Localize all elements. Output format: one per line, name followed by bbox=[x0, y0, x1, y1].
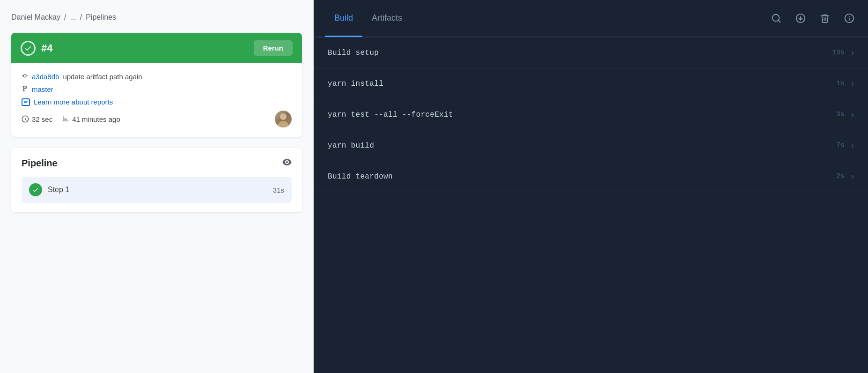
step-row-right: 7s › bbox=[836, 141, 854, 150]
chevron-right-icon: › bbox=[851, 141, 854, 150]
build-duration: 32 sec bbox=[32, 115, 52, 123]
pipeline-title: Pipeline bbox=[22, 158, 58, 169]
step-row-right: 13s › bbox=[832, 48, 854, 58]
commit-icon bbox=[22, 73, 28, 81]
header-actions bbox=[769, 11, 857, 26]
step-name: Step 1 bbox=[48, 186, 69, 194]
reports-icon bbox=[22, 98, 30, 106]
rerun-button[interactable]: Rerun bbox=[254, 40, 293, 56]
commit-message: update aritfact path again bbox=[63, 73, 142, 81]
build-time-ago: 41 minutes ago bbox=[72, 115, 120, 123]
breadcrumb-sep2: / bbox=[80, 13, 82, 22]
branch-icon bbox=[22, 85, 28, 93]
build-card: #4 Rerun a3da8db update aritfact path ag… bbox=[11, 33, 302, 137]
breadcrumb-ellipsis[interactable]: ... bbox=[70, 13, 76, 22]
step-command: Build teardown bbox=[328, 172, 393, 181]
search-icon[interactable] bbox=[769, 11, 784, 26]
step-row-right: 3s › bbox=[836, 110, 854, 119]
step-time: 7s bbox=[836, 142, 845, 149]
breadcrumb-user[interactable]: Daniel Mackay bbox=[11, 13, 60, 22]
download-icon[interactable] bbox=[793, 11, 808, 26]
build-number: #4 bbox=[41, 42, 52, 54]
reports-link-text[interactable]: Learn more about reports bbox=[34, 98, 113, 106]
branch-row: master bbox=[22, 85, 292, 93]
commit-row: a3da8db update aritfact path again bbox=[22, 73, 292, 81]
reports-link[interactable]: Learn more about reports bbox=[22, 98, 292, 106]
chevron-right-icon: › bbox=[851, 172, 854, 181]
step-time: 1s bbox=[836, 80, 845, 88]
settings-icon[interactable] bbox=[282, 157, 292, 169]
left-panel: Daniel Mackay / ... / Pipelines #4 Rerun bbox=[0, 0, 314, 373]
tab-artifacts[interactable]: Artifacts bbox=[362, 0, 412, 37]
step-time: 2s bbox=[836, 172, 845, 180]
step-command: yarn test --all --forceExit bbox=[328, 111, 453, 119]
tabs: Build Artifacts bbox=[325, 0, 412, 37]
build-step-row[interactable]: Build teardown 2s › bbox=[314, 161, 868, 192]
tab-build[interactable]: Build bbox=[325, 0, 362, 37]
chevron-right-icon: › bbox=[851, 110, 854, 119]
step-status-icon bbox=[29, 183, 42, 196]
chevron-right-icon: › bbox=[851, 48, 854, 58]
info-icon[interactable] bbox=[842, 11, 857, 26]
step-item[interactable]: Step 1 31s bbox=[22, 177, 292, 203]
build-stats: 32 sec 41 minutes ago bbox=[22, 115, 120, 123]
right-header: Build Artifacts bbox=[314, 0, 868, 37]
step-duration: 31s bbox=[273, 186, 284, 194]
branch-name[interactable]: master bbox=[32, 85, 53, 93]
step-row-right: 1s › bbox=[836, 79, 854, 89]
trash-icon[interactable] bbox=[817, 11, 832, 26]
step-time: 13s bbox=[832, 49, 845, 57]
build-steps-list: Build setup 13s › yarn install 1s › yarn… bbox=[314, 37, 868, 373]
build-footer: 32 sec 41 minutes ago bbox=[22, 111, 292, 127]
step-command: Build setup bbox=[328, 49, 379, 57]
avatar bbox=[275, 111, 292, 127]
step-command: yarn build bbox=[328, 142, 374, 150]
build-step-row[interactable]: yarn test --all --forceExit 3s › bbox=[314, 99, 868, 130]
reports-row: Learn more about reports bbox=[22, 98, 292, 106]
build-step-row[interactable]: yarn build 7s › bbox=[314, 130, 868, 161]
duration-stat: 32 sec bbox=[22, 115, 52, 123]
commit-hash[interactable]: a3da8db bbox=[32, 73, 59, 81]
chevron-right-icon: › bbox=[851, 79, 854, 89]
build-header-left: #4 bbox=[21, 41, 52, 56]
pipeline-header: Pipeline bbox=[22, 157, 292, 169]
step-command: yarn install bbox=[328, 80, 383, 88]
svg-rect-0 bbox=[22, 99, 29, 105]
build-status-icon bbox=[21, 41, 36, 56]
step-time: 3s bbox=[836, 111, 845, 119]
step-row-right: 2s › bbox=[836, 172, 854, 181]
breadcrumb-section[interactable]: Pipelines bbox=[86, 13, 116, 22]
build-header: #4 Rerun bbox=[11, 33, 302, 63]
breadcrumb-sep1: / bbox=[64, 13, 66, 22]
step-left: Step 1 bbox=[29, 183, 69, 196]
pipeline-card: Pipeline Step 1 31s bbox=[11, 148, 302, 212]
build-step-row[interactable]: Build setup 13s › bbox=[314, 37, 868, 68]
right-panel: Build Artifacts bbox=[314, 0, 868, 373]
build-step-row[interactable]: yarn install 1s › bbox=[314, 68, 868, 99]
build-body: a3da8db update aritfact path again maste… bbox=[11, 63, 302, 137]
breadcrumb: Daniel Mackay / ... / Pipelines bbox=[11, 13, 302, 22]
time-ago-stat: 41 minutes ago bbox=[62, 115, 120, 123]
svg-line-4 bbox=[778, 20, 780, 22]
